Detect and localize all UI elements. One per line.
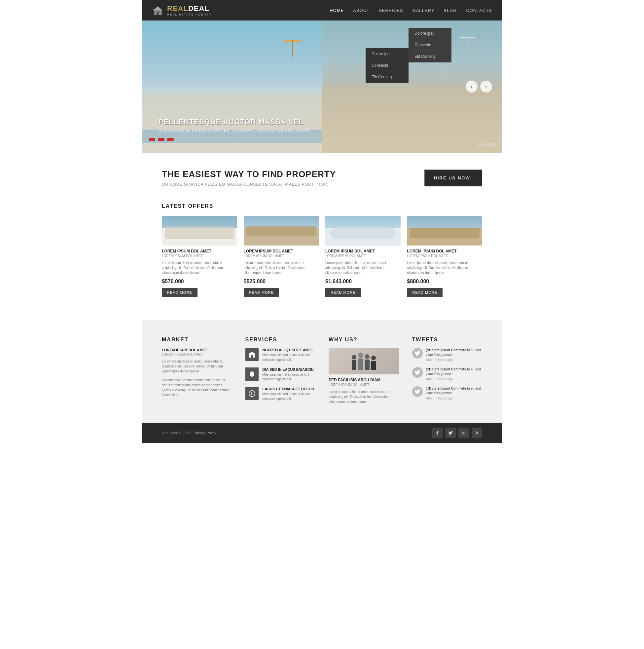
intro-subtext: QUISQUE GRAVIDA FELIS EU MASSA CONSECTET…: [162, 182, 336, 187]
offer-price-3: $1,643.000: [325, 278, 401, 285]
offers-section-title: LATEST OFFERS: [162, 203, 482, 209]
hero-next-button[interactable]: ›: [480, 81, 492, 92]
tweet-content-2: @Dolore Ipsum Commete In eu erat vitae f…: [426, 367, 482, 381]
offer-desc-1: Lorem ipsum dolor sit amet, conse etur e…: [162, 260, 237, 275]
read-more-button-4[interactable]: Read More: [407, 288, 443, 297]
tweet-2: @Dolore Ipsum Commete In eu erat vitae f…: [412, 367, 482, 381]
offer-card-3: LOREM IPSUM DOL AMET LOREM IPSUM DOL AME…: [325, 216, 401, 297]
bottom-section: MARKET LOREM IPSUM DOL AMET LOREM IPSUM …: [142, 320, 502, 423]
svg-marker-1: [153, 6, 163, 10]
nav-home[interactable]: HOME: [330, 1, 344, 19]
offer-desc-3: Lorem ipsum dolor sit amet, conse etur e…: [325, 260, 401, 275]
header: REALDEAL REAL ESTATE AGENCY HOME ABOUT S…: [142, 0, 502, 20]
nav-about[interactable]: ABOUT: [353, 1, 370, 19]
offer-title-3: LOREM IPSUM DOL AMET: [325, 249, 401, 254]
offer-card-4: LOREM IPSUM DOL AMET LOREM IPSUM DOL AME…: [407, 216, 482, 297]
tweet-time-1: About 7 hours ago: [426, 358, 482, 362]
offers-section: LATEST OFFERS LOREM IPSUM DOL AMET LOREM…: [142, 200, 502, 310]
footer-privacy-link[interactable]: Privacy Policy: [193, 431, 216, 435]
footer: Real Deal © 2013 Privacy Policy g+: [142, 423, 502, 443]
why-us-image: [329, 348, 399, 375]
nav-services[interactable]: SERVICES: [379, 1, 403, 19]
tweet-handle-3: @Dolore Ipsum Commete: [426, 387, 466, 390]
hero-prev-button[interactable]: ‹: [466, 81, 477, 92]
offer-card-1: LOREM IPSUM DOL AMET LOREM IPSUM DOL AME…: [162, 216, 237, 297]
tweet-3: @Dolore Ipsum Commete In eu erat vitae f…: [412, 386, 482, 400]
dropdown-item-2[interactable]: Consecte: [366, 60, 409, 71]
social-twitter[interactable]: [445, 428, 456, 438]
intro-heading: THE EASIEST WAY TO FIND PROPERTY: [162, 169, 336, 179]
tweet-time-3: About 7 hours ago: [426, 396, 482, 400]
service-item-3: $ LACUS UT ENIASCET DOLOR Mes cumi dis s…: [245, 387, 316, 401]
hero-image-left: [142, 20, 322, 153]
social-googleplus[interactable]: g+: [458, 428, 469, 438]
service-icon-2: [245, 367, 259, 381]
nav-blog[interactable]: BLOG: [444, 1, 457, 19]
tweet-1: @Dolore Ipsum Commete In eu erat vitae f…: [412, 348, 482, 362]
tweet-time-2: About 3 hours ago: [426, 377, 482, 381]
services-col-title: SERVICES: [245, 337, 316, 343]
svg-point-10: [475, 434, 475, 435]
tweet-text-2: @Dolore Ipsum Commete In eu erat vitae f…: [426, 367, 482, 376]
why-sub-subtitle: LOREM IPSUM DOL AMET: [329, 383, 399, 387]
offer-price-1: $570.000: [162, 278, 237, 285]
read-more-button-3[interactable]: Read More: [325, 288, 361, 297]
market-desc-1: Lorem ipsum dolor sit amet, conse etur e…: [162, 359, 232, 374]
social-icons: g+: [432, 428, 482, 438]
dropdown-item-1[interactable]: Dolore ipsu: [366, 48, 409, 60]
sub-dropdown-item-2[interactable]: Consecte: [409, 39, 452, 51]
service-desc-1: Mes cumi dis sed in lacus ut lore eniasc…: [263, 353, 316, 362]
hero-subtitle: SUSPENDISSE POTENTI. DONEC PULVINAR, LEC…: [158, 128, 311, 133]
offer-subtitle-2: LOREM IPSUM DOL AMET: [244, 254, 319, 258]
offer-desc-2: Lorem ipsum dolor sit amet, conse etur e…: [244, 260, 319, 275]
social-rss[interactable]: [472, 428, 482, 438]
tweet-handle-2: @Dolore Ipsum Commete: [426, 367, 466, 371]
logo-part1: REAL: [167, 4, 188, 12]
hero-overlay: PELLENTESQUE AUCTOR MASSA VEL. SUSPENDIS…: [158, 118, 311, 133]
offer-title-2: LOREM IPSUM DOL AMET: [244, 249, 319, 254]
offer-image-4: [407, 216, 482, 246]
nav-contacts[interactable]: CONTACTS: [466, 1, 492, 19]
service-text-3: LACUS UT ENIASCET DOLOR Mes cumi dis sed…: [263, 387, 316, 401]
tweet-content-1: @Dolore Ipsum Commete In eu erat vitae f…: [426, 348, 482, 362]
offer-subtitle-1: LOREM IPSUM DOL AMET: [162, 254, 237, 258]
read-more-button-2[interactable]: Read More: [244, 288, 279, 297]
tweet-icon-2: [412, 367, 423, 378]
dropdown-item-3[interactable]: Elit Conseq: [366, 71, 409, 83]
logo-tagline: REAL ESTATE AGENCY: [167, 13, 212, 16]
market-item-title: LOREM IPSUM DOL AMET: [162, 348, 232, 352]
tweet-text-3: @Dolore Ipsum Commete In eu erat vitae f…: [426, 386, 482, 395]
logo-icon: [152, 4, 164, 16]
offers-grid: LOREM IPSUM DOL AMET LOREM IPSUM DOL AME…: [162, 216, 482, 297]
social-facebook[interactable]: [432, 428, 443, 438]
offer-image-2: [244, 216, 319, 246]
sub-dropdown-item-1[interactable]: Dolore ipsu: [409, 28, 452, 39]
tweet-icon-3: [412, 386, 423, 397]
svg-marker-5: [249, 352, 255, 354]
why-description: Lorem ipsum dolor sit amet, conse etur e…: [329, 389, 399, 404]
nav-services-wrapper: SERVICES Dolore ipsu Consecte Elit Conse…: [379, 7, 403, 13]
service-desc-2: Mes cumi dis net in lacus ut lore eniasc…: [263, 373, 316, 382]
nav-gallery[interactable]: GALLERY: [413, 1, 434, 19]
hire-us-button[interactable]: HIRE US NOW!: [424, 170, 482, 186]
main-nav: HOME ABOUT SERVICES Dolore ipsu Consecte…: [330, 1, 492, 19]
tweets-title: TWEETS: [412, 337, 482, 343]
hero-title: PELLENTESQUE AUCTOR MASSA VEL.: [158, 118, 311, 126]
service-title-2: DIA SED IN LACUS ENIASCIN: [263, 367, 316, 372]
offer-price-4: $880.000: [407, 278, 482, 285]
footer-copyright: Real Deal © 2013: [162, 431, 191, 435]
logo[interactable]: REALDEAL REAL ESTATE AGENCY: [152, 4, 212, 16]
why-us-title: WHY US?: [329, 337, 399, 343]
intro-text: THE EASIEST WAY TO FIND PROPERTY QUISQUE…: [162, 169, 336, 187]
tweets-column: TWEETS @Dolore Ipsum Commete In eu erat …: [412, 337, 482, 406]
svg-rect-3: [153, 9, 154, 10]
offer-image-3: [325, 216, 401, 246]
svg-marker-7: [250, 371, 254, 377]
why-us-column: WHY US?: [329, 337, 399, 406]
offer-card-2: LOREM IPSUM DOL AMET LOREM IPSUM DOL AME…: [244, 216, 319, 297]
svg-text:$: $: [251, 392, 252, 395]
svg-rect-6: [251, 355, 253, 357]
sub-dropdown-item-3[interactable]: Elit Conseq: [409, 51, 452, 62]
market-desc-2: Pellentesque habitant morbi tristique se…: [162, 378, 232, 397]
read-more-button-1[interactable]: Read More: [162, 288, 197, 297]
